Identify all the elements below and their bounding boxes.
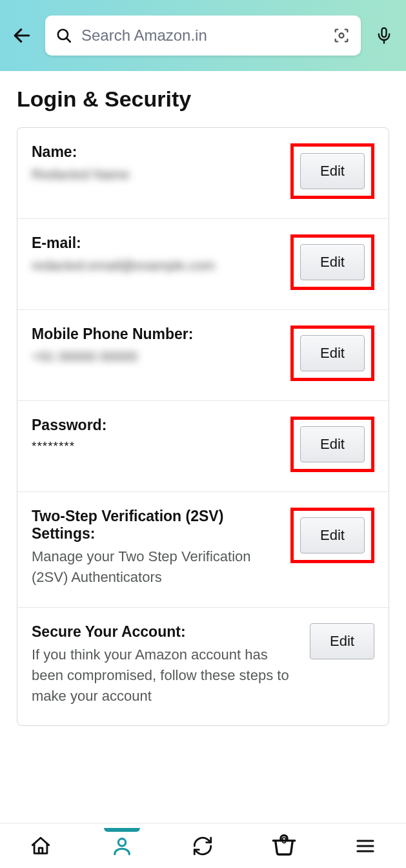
camera-scan-icon[interactable]	[332, 26, 350, 45]
voice-search-button[interactable]	[372, 26, 396, 45]
nav-cart[interactable]: 0	[267, 829, 301, 863]
search-icon	[56, 27, 72, 44]
highlight-box: Edit	[290, 143, 374, 199]
page-content: Login & Security Name: Redacted Name Edi…	[0, 71, 406, 726]
row-twosv: Two-Step Verification (2SV) Settings: Ma…	[17, 492, 389, 608]
cart-count: 0	[281, 834, 287, 845]
settings-card: Name: Redacted Name Edit E-mail: redacte…	[17, 127, 389, 726]
microphone-icon	[375, 26, 393, 45]
name-label: Name:	[32, 143, 280, 161]
password-label: Password:	[32, 417, 280, 434]
secure-label: Secure Your Account:	[32, 623, 299, 641]
mobile-value: +91 00000 00000	[32, 347, 280, 366]
edit-mobile-button[interactable]: Edit	[300, 335, 365, 371]
edit-email-button[interactable]: Edit	[300, 244, 365, 280]
row-password: Password: ******** Edit	[17, 401, 389, 492]
edit-name-button[interactable]: Edit	[300, 153, 365, 189]
row-email: E-mail: redacted.email@example.com Edit	[17, 219, 389, 310]
active-indicator	[104, 828, 140, 832]
bottom-nav: 0	[0, 823, 406, 868]
email-value: redacted.email@example.com	[32, 256, 280, 274]
email-label: E-mail:	[32, 234, 280, 252]
home-icon	[30, 835, 52, 857]
page-title: Login & Security	[17, 87, 389, 112]
arrow-left-icon	[12, 25, 32, 46]
search-bar[interactable]	[45, 16, 361, 56]
svg-point-6	[118, 838, 125, 845]
highlight-box: Edit	[290, 508, 374, 563]
hamburger-icon	[355, 836, 376, 856]
row-secure: Secure Your Account: If you think your A…	[17, 608, 389, 726]
password-value: ********	[32, 438, 280, 455]
svg-rect-4	[382, 28, 387, 37]
back-button[interactable]	[10, 24, 34, 47]
secure-desc: If you think your Amazon account has bee…	[32, 645, 299, 707]
app-header	[0, 0, 406, 71]
edit-twosv-button[interactable]: Edit	[300, 517, 365, 553]
edit-password-button[interactable]: Edit	[300, 426, 365, 462]
svg-line-2	[66, 38, 70, 42]
nav-buy-again[interactable]	[186, 829, 219, 863]
twosv-label: Two-Step Verification (2SV) Settings:	[32, 508, 280, 542]
name-value: Redacted Name	[32, 165, 280, 183]
highlight-box: Edit	[290, 234, 374, 290]
twosv-desc: Manage your Two Step Verification (2SV) …	[32, 546, 280, 588]
highlight-box: Edit	[290, 326, 374, 381]
nav-account[interactable]	[105, 829, 139, 863]
search-input[interactable]	[81, 26, 323, 45]
row-mobile: Mobile Phone Number: +91 00000 00000 Edi…	[17, 310, 389, 401]
edit-secure-button[interactable]: Edit	[310, 623, 374, 659]
highlight-box: Edit	[290, 417, 374, 472]
mobile-label: Mobile Phone Number:	[32, 326, 280, 343]
svg-point-3	[340, 34, 344, 38]
nav-home[interactable]	[24, 829, 57, 863]
nav-menu[interactable]	[349, 829, 382, 863]
row-name: Name: Redacted Name Edit	[17, 128, 389, 219]
user-icon	[111, 835, 133, 857]
refresh-icon	[192, 835, 214, 857]
